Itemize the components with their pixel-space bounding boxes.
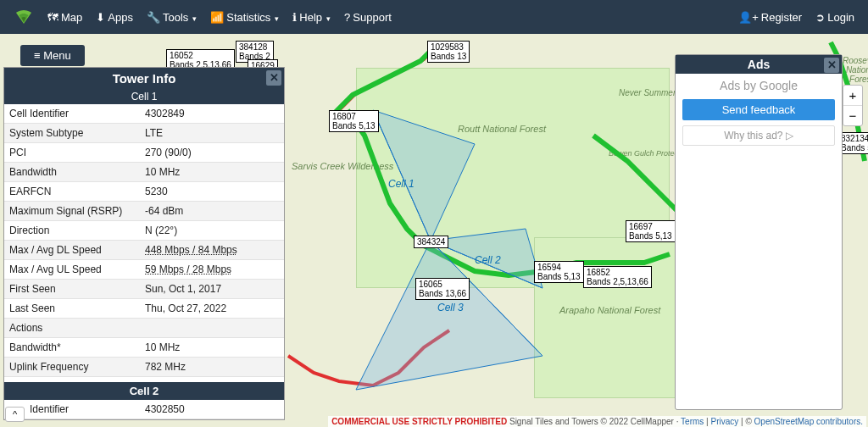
zoom-controls: + − <box>843 85 863 126</box>
row-key: Cell Identifier <box>9 108 145 119</box>
table-row: PCI270 (90/0) <box>4 143 284 163</box>
ads-title: Ads✕ <box>676 55 842 74</box>
row-key: Actions <box>9 322 145 334</box>
row-key: Bandwidth <box>9 166 145 178</box>
osm-link[interactable]: OpenStreetMap contributors. <box>754 417 863 426</box>
send-feedback-button[interactable]: Send feedback <box>682 99 835 120</box>
why-this-ad-button[interactable]: Why this ad? ▷ <box>682 125 835 146</box>
nav-support[interactable]: ?Support <box>337 11 398 24</box>
row-value: 10 MHz <box>145 341 279 353</box>
row-key: First Seen <box>9 283 145 295</box>
close-icon[interactable]: ✕ <box>266 70 281 86</box>
row-key: Bandwidth* <box>9 341 145 353</box>
cell2-header[interactable]: Cell 2 <box>4 382 284 400</box>
tower-tag[interactable]: 16697Bands 5,13 <box>626 220 676 242</box>
row-value: 4302849 <box>145 108 279 119</box>
row-value: 270 (90/0) <box>145 147 279 158</box>
row-key: Uplink Frequency <box>9 361 145 373</box>
table-row: System SubtypeLTE <box>4 124 284 143</box>
privacy-link[interactable]: Privacy <box>710 417 738 426</box>
cell-label: Cell 3 <box>437 302 464 313</box>
row-key: Max / Avg UL Speed <box>9 263 145 275</box>
zoom-out-button[interactable]: − <box>843 106 862 125</box>
row-value: 448 Mbps / 84 Mbps <box>145 244 279 256</box>
nav-statistics[interactable]: 📶Statistics <box>203 11 286 24</box>
terms-link[interactable]: Terms <box>681 417 704 426</box>
tower-tag[interactable]: 1029583Bands 13 <box>427 41 470 63</box>
row-key: Direction <box>9 225 145 236</box>
nav-map[interactable]: 🗺Map <box>41 11 89 24</box>
ads-panel: Ads✕ Ads by Google Send feedback Why thi… <box>675 54 843 410</box>
table-row: Max / Avg DL Speed448 Mbps / 84 Mbps <box>4 241 284 260</box>
table-row: First SeenSun, Oct 1, 2017 <box>4 280 284 299</box>
cell-label: Cell 2 <box>475 254 501 266</box>
table-row: Max / Avg UL Speed59 Mbps / 28 Mbps <box>4 260 284 280</box>
nav-icon: 📶 <box>210 11 224 24</box>
tower-tag[interactable]: 16852Bands 2,5,13,66 <box>583 266 652 288</box>
cell-subheader: Cell 1 <box>4 89 284 104</box>
attribution-footer: COMMERCIAL USE STRICTLY PROHIBITED Signa… <box>328 416 866 427</box>
row-value: -64 dBm <box>145 205 279 217</box>
nav-tools[interactable]: 🔧Tools <box>140 11 203 24</box>
user-plus-icon: 👤+ <box>738 11 759 24</box>
table-row: Bandwidth10 MHz <box>4 163 284 182</box>
tower-info-panel: Tower Info ✕ Cell 1 Cell Identifier43028… <box>3 67 285 420</box>
row-key: Last Seen <box>9 302 145 314</box>
zoom-in-button[interactable]: + <box>843 86 862 106</box>
table-row: Last SeenThu, Oct 27, 2022 <box>4 299 284 319</box>
row-key: EARFCN <box>9 186 145 197</box>
row-value: Sun, Oct 1, 2017 <box>145 283 279 295</box>
nav-icon: ℹ <box>292 11 297 24</box>
close-icon[interactable]: ✕ <box>824 58 839 73</box>
svg-marker-0 <box>373 110 475 241</box>
tower-center-tag[interactable]: 384324 <box>414 236 448 248</box>
row-value: LTE <box>145 127 279 139</box>
nav-icon: 🔧 <box>147 11 160 24</box>
row-value: 10 MHz <box>145 166 279 178</box>
logo-icon <box>15 8 32 25</box>
table-row: EARFCN5230 <box>4 182 284 202</box>
cell-label: Cell 1 <box>388 178 415 190</box>
row-key: Max / Avg DL Speed <box>9 244 145 256</box>
ads-by-label: Ads by Google <box>676 74 842 97</box>
info-rows: Cell Identifier4302849System SubtypeLTEP… <box>4 104 284 382</box>
nav-icon: ⬇ <box>96 11 105 24</box>
register-link[interactable]: 👤+Register <box>732 11 809 24</box>
nav-help[interactable]: ℹHelp <box>286 11 337 24</box>
row-value: 782 MHz <box>145 361 279 373</box>
row-value: Thu, Oct 27, 2022 <box>145 302 279 314</box>
table-row: Cell Identifier4302849 <box>4 104 284 124</box>
login-icon: ➲ <box>815 11 825 24</box>
row-key: Maximum Signal (RSRP) <box>9 205 145 217</box>
menu-button[interactable]: ≡ Menu <box>20 45 85 66</box>
table-row: Actions <box>4 319 284 338</box>
tower-tag[interactable]: 16807Bands 5,13 <box>329 110 379 132</box>
table-row: Maximum Signal (RSRP)-64 dBm <box>4 202 284 221</box>
scroll-up-hint[interactable]: ^ <box>5 407 25 422</box>
row-value: N (22°) <box>145 225 279 236</box>
panel-title: Tower Info ✕ <box>4 68 284 89</box>
nav-icon: 🗺 <box>47 11 58 24</box>
row-key: System Subtype <box>9 127 145 139</box>
top-navbar: 🗺Map⬇Apps🔧Tools📶StatisticsℹHelp?Support … <box>0 0 868 34</box>
row-key: PCI <box>9 147 145 158</box>
table-row: Uplink Frequency782 MHz <box>4 358 284 377</box>
login-link[interactable]: ➲Login <box>809 11 861 24</box>
table-row: Bandwidth*10 MHz <box>4 338 284 358</box>
row-value: 5230 <box>145 186 279 197</box>
nav-apps[interactable]: ⬇Apps <box>89 11 140 24</box>
nav-icon: ? <box>344 11 350 24</box>
tower-tag[interactable]: 16065Bands 13,66 <box>415 278 470 300</box>
row-value <box>145 322 279 334</box>
row-value: 59 Mbps / 28 Mbps <box>145 263 279 275</box>
tower-tag[interactable]: 16594Bands 5,13 <box>534 261 584 283</box>
table-row: Identifier4302850 <box>4 400 284 419</box>
table-row: DirectionN (22°) <box>4 221 284 241</box>
